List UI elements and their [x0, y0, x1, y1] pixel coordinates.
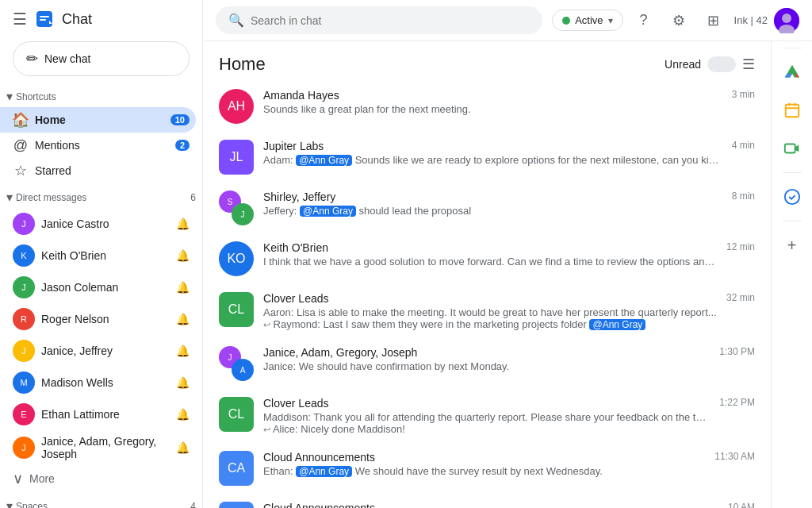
chat-list-item[interactable]: J A Janice, Adam, Gregory, Joseph Janice…: [206, 338, 768, 389]
svg-point-12: [784, 190, 799, 204]
sidebar-item-contact[interactable]: J Janice, Jeffrey 🔔: [0, 335, 196, 367]
star-icon: ☆: [13, 163, 29, 179]
new-chat-button[interactable]: ✏ New chat: [13, 41, 190, 76]
sidebar-item-contact[interactable]: M Madison Wells 🔔: [0, 367, 196, 398]
spaces-section-toggle[interactable]: ▾ Spaces: [6, 498, 48, 508]
chat-name: Clover Leads: [263, 292, 717, 305]
sidebar-item-mentions[interactable]: @ Mentions 2: [0, 133, 196, 158]
new-chat-icon: ✏: [26, 50, 38, 67]
chat-list-item[interactable]: AH Amanda Hayes Sounds like a great plan…: [206, 81, 768, 132]
chat-item-content: Cloud Announcements Ethan: @Ann Gray We …: [263, 451, 705, 477]
avatar-2: J: [232, 203, 254, 225]
chat-preview: I think that we have a good solution to …: [263, 256, 717, 267]
chat-name: Cloud Announcements: [263, 451, 705, 464]
menu-icon[interactable]: ☰: [13, 10, 27, 29]
dm-section-toggle[interactable]: ▾ Direct messages: [6, 190, 86, 205]
chat-list-item[interactable]: JL Jupiter Labs Adam: @Ann Gray Sounds l…: [206, 132, 768, 183]
chat-list-item[interactable]: KO Keith O'Brien I think that we have a …: [206, 233, 768, 284]
notification-bell-icon: 🔔: [176, 376, 190, 389]
chat-time: 11:30 AM: [714, 451, 755, 462]
main-content: Home Unread ☰ AH Amanda Hayes Sounds lik…: [203, 41, 771, 508]
calendar-nav-icon[interactable]: [776, 94, 808, 126]
dm-label: Direct messages: [16, 192, 86, 203]
contact-name: Janice, Adam, Gregory, Joseph: [41, 435, 170, 460]
chat-name: Amanda Hayes: [263, 89, 722, 102]
right-sidebar: +: [771, 0, 812, 508]
unread-label: Unread: [665, 58, 701, 71]
chat-time: 1:30 PM: [719, 346, 755, 357]
contact-name: Janice, Jeffrey: [41, 344, 170, 357]
sidebar-item-contact[interactable]: J Janice, Adam, Gregory, Joseph 🔔: [0, 430, 196, 465]
contact-avatar: J: [13, 340, 35, 362]
sidebar-item-contact[interactable]: R Roger Nelson 🔔: [0, 303, 196, 335]
chat-list-item[interactable]: S J Shirley, Jeffery Jeffery: @Ann Gray …: [206, 183, 768, 233]
notification-bell-icon: 🔔: [176, 344, 190, 357]
help-button[interactable]: ?: [630, 6, 658, 35]
notification-bell-icon: 🔔: [176, 217, 190, 230]
chat-item-content: Clover Leads Maddison: Thank you all for…: [263, 397, 710, 435]
contact-name: Roger Nelson: [41, 313, 170, 325]
contact-name: Janice Castro: [41, 217, 170, 230]
help-icon: ?: [640, 12, 648, 29]
sidebar-item-contact[interactable]: E Ethan Lattimore 🔔: [0, 398, 196, 430]
status-button[interactable]: Active ▾: [552, 10, 622, 31]
user-avatar-chat: KO: [219, 241, 254, 276]
svg-rect-1: [40, 16, 49, 17]
settings-button[interactable]: ⚙: [665, 6, 693, 35]
new-chat-label: New chat: [44, 52, 90, 65]
sidebar: ☰ Chat ✏ New chat ▾ Shortcuts 🏠 Home 10 …: [0, 0, 203, 508]
search-input[interactable]: [251, 14, 530, 27]
user-avatar[interactable]: [774, 8, 799, 33]
chat-name: Cloud Announcements: [263, 502, 718, 508]
chat-list-item[interactable]: CL Clover Leads Maddison: Thank you all …: [206, 389, 768, 443]
apps-button[interactable]: ⊞: [699, 6, 728, 35]
unread-toggle[interactable]: [707, 56, 736, 72]
tasks-nav-icon[interactable]: [776, 181, 808, 213]
shortcuts-section[interactable]: ▾ Shortcuts: [0, 83, 202, 107]
space-avatar: CL: [219, 397, 254, 432]
spaces-count: 4: [190, 501, 196, 509]
contact-name: Ethan Lattimore: [41, 408, 170, 421]
svg-point-5: [782, 13, 791, 23]
mention-badge-2: @Ann Gray: [589, 319, 645, 330]
chat-list-item[interactable]: CA Cloud Announcements Ethan: @Ann Gray …: [206, 443, 768, 494]
filter-button[interactable]: ☰: [742, 56, 755, 73]
mention-badge: @Ann Gray: [296, 466, 352, 477]
add-nav-icon[interactable]: +: [776, 229, 808, 261]
chat-time: 10 AM: [728, 502, 755, 508]
chat-list-item[interactable]: CA Cloud Announcements Jeffrey: Alice: L…: [206, 494, 768, 508]
meet-nav-icon[interactable]: [776, 133, 808, 164]
main-title: Home: [219, 54, 266, 75]
search-bar[interactable]: 🔍: [216, 6, 542, 34]
chat-preview: Aaron: Lisa is able to make the meeting.…: [263, 306, 717, 318]
chat-time: 8 min: [732, 190, 755, 202]
chat-time: 12 min: [726, 241, 755, 252]
sidebar-item-contact[interactable]: K Keith O'Brien 🔔: [0, 240, 196, 271]
drive-nav-icon[interactable]: [776, 56, 808, 88]
mentions-badge: 2: [175, 140, 190, 151]
chat-preview-secondary: ↩ Raymond: Last I saw them they were in …: [263, 318, 717, 330]
group-avatar: S J: [219, 190, 254, 225]
direct-messages-section: ▾ Direct messages 6: [0, 183, 202, 208]
chat-name: Jupiter Labs: [263, 140, 722, 152]
contact-avatar: K: [13, 244, 35, 267]
more-label: More: [29, 472, 55, 485]
chat-time: 4 min: [732, 140, 755, 151]
sidebar-header: ☰ Chat: [0, 0, 202, 38]
sidebar-item-contact[interactable]: J Jason Coleman 🔔: [0, 271, 196, 303]
mentions-label: Mentions: [35, 139, 169, 152]
chat-name: Clover Leads: [263, 397, 710, 410]
rs-divider-1: [783, 48, 802, 48]
mention-badge: @Ann Gray: [300, 206, 356, 217]
chat-list-item[interactable]: CL Clover Leads Aaron: Lisa is able to m…: [206, 284, 768, 338]
svg-rect-11: [784, 144, 795, 153]
contacts-list: J Janice Castro 🔔 K Keith O'Brien 🔔 J Ja…: [0, 208, 202, 465]
space-avatar: CA: [219, 502, 254, 508]
sidebar-item-contact[interactable]: J Janice Castro 🔔: [0, 208, 196, 240]
chat-item-content: Cloud Announcements Jeffrey: Alice: LGTM…: [263, 502, 718, 508]
sidebar-item-more[interactable]: ∨ More: [0, 465, 202, 492]
sidebar-item-home[interactable]: 🏠 Home 10: [0, 107, 196, 133]
sidebar-item-starred[interactable]: ☆ Starred: [0, 158, 196, 183]
notification-bell-icon: 🔔: [176, 441, 190, 454]
profile-label: Ink | 42: [734, 14, 768, 26]
